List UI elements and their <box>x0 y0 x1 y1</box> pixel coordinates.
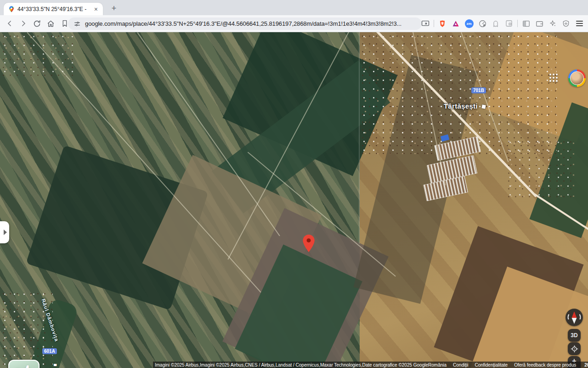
village-houses <box>359 32 557 154</box>
privacy-link[interactable]: Confidențialitate <box>475 362 508 368</box>
feedback-link[interactable]: Oferă feedback despre produs <box>514 362 576 368</box>
leo-ai-sparkle-icon[interactable] <box>548 18 558 29</box>
browser-tab[interactable]: 44°33'33.5"N 25°49'16.3"E - × <box>4 3 103 15</box>
region-label: România <box>428 362 447 368</box>
reload-icon[interactable] <box>32 19 42 29</box>
vpn-shield-icon[interactable] <box>561 18 571 29</box>
avatar-photo <box>570 71 584 85</box>
google-maps-favicon-icon <box>8 6 15 12</box>
menu-icon[interactable] <box>574 18 584 29</box>
screenshot-extension-icon[interactable] <box>504 18 514 29</box>
new-tab-button[interactable]: + <box>108 3 119 14</box>
place-pin-icon[interactable] <box>303 235 315 252</box>
storia-watermark: stria <box>12 360 71 368</box>
forward-icon[interactable] <box>18 19 28 29</box>
home-icon[interactable] <box>46 19 56 29</box>
ghost-extension-icon[interactable] <box>491 18 501 29</box>
compass-control[interactable] <box>565 309 583 326</box>
village-houses <box>0 32 74 76</box>
tab-title: 44°33'33.5"N 25°49'16.3"E - <box>17 6 90 12</box>
town-landmark-icon <box>482 104 486 109</box>
wallet-icon[interactable] <box>534 18 544 29</box>
back-icon[interactable] <box>5 19 14 29</box>
expand-panel-button[interactable] <box>0 221 9 243</box>
village-houses <box>505 138 574 198</box>
attribution-bar: Imagini ©2025 Airbus,Imagini ©2025 Airbu… <box>153 362 588 368</box>
address-bar[interactable]: google.com/maps/place/44°33'33.5"N+25°49… <box>68 17 422 30</box>
town-label: Târtășești <box>444 102 486 110</box>
scale-label: 200 m <box>584 362 588 368</box>
tab-strip: 44°33'33.5"N 25°49'16.3"E - × + <box>0 0 588 15</box>
imagery-credits: Imagini ©2025 Airbus,Imagini ©2025 Airbu… <box>155 362 428 368</box>
google-apps-icon[interactable] <box>549 74 559 83</box>
tab-close-icon[interactable]: × <box>93 6 99 12</box>
brave-shield-icon[interactable] <box>437 18 447 29</box>
terms-link[interactable]: Condiții <box>453 362 468 368</box>
sidebar-toggle-icon[interactable] <box>521 18 531 29</box>
my-location-button[interactable] <box>568 342 581 355</box>
road-badge-701b: 701B <box>471 87 486 93</box>
road-badge-601a: 601A <box>42 348 57 354</box>
extensions-row: zm <box>420 17 584 30</box>
cast-tab-icon[interactable] <box>420 18 430 29</box>
divider <box>517 20 518 27</box>
imagery-seam <box>359 32 360 244</box>
satellite-map[interactable]: 701B Târtășești Râul Dâmbovița 601A 3D +… <box>0 32 588 368</box>
url-text[interactable]: google.com/maps/place/44°33'33.5"N+25°49… <box>85 20 401 27</box>
divider <box>434 20 434 27</box>
site-settings-icon[interactable] <box>74 20 81 28</box>
brave-rewards-icon[interactable] <box>451 18 461 29</box>
speedtest-extension-icon[interactable] <box>477 18 487 29</box>
chevron-right-icon <box>4 230 7 235</box>
zoom-extension-icon[interactable]: zm <box>464 18 474 29</box>
profile-avatar[interactable] <box>568 69 586 87</box>
3d-toggle-button[interactable]: 3D <box>568 329 581 342</box>
